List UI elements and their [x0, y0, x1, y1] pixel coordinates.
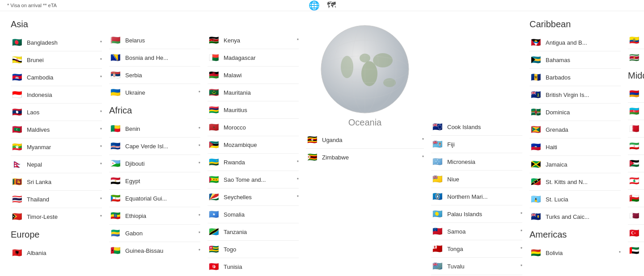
list-item[interactable]: 🇧🇾Belarus	[109, 32, 200, 49]
map-icon[interactable]: 🗺	[327, 0, 336, 11]
list-item[interactable]: 🇶🇦Qatar	[628, 207, 644, 225]
list-item[interactable]: 🇹🇿Tanzania	[208, 223, 299, 241]
list-item[interactable]: 🇱🇦Laos*	[11, 104, 102, 121]
list-item[interactable]: 🇸🇨Seychelles*	[208, 188, 299, 206]
list-item[interactable]: 🇩🇯Djibouti*	[109, 155, 200, 172]
list-item[interactable]: 🇲🇼Malawi	[208, 67, 299, 84]
list-item[interactable]: 🇬🇼Guinea-Bissau*	[109, 242, 200, 259]
visa-indicator: *	[619, 250, 621, 255]
list-item[interactable]: 🇭🇹Haiti	[530, 138, 621, 156]
list-item[interactable]: 🇬🇦Gabon*	[109, 225, 200, 242]
list-item[interactable]: 🇿🇼Zimbabwe*	[306, 149, 424, 166]
list-item[interactable]: 🇪🇨Ecuador	[628, 32, 644, 49]
list-item[interactable]: 🇨🇻Cape Verde Isl...*	[109, 138, 200, 155]
country-flag: 🇸🇴	[208, 208, 220, 221]
list-item[interactable]: 🇷🇸Serbia	[109, 67, 200, 84]
list-item[interactable]: 🇳🇺Niue	[431, 171, 522, 188]
list-item[interactable]: 🇮🇷Iran*	[628, 138, 644, 155]
list-item[interactable]: 🇬🇶Equatorial Gui...	[109, 190, 200, 207]
list-item[interactable]: 🇰🇳St. Kitts and N...	[530, 173, 621, 191]
list-item[interactable]: 🇧🇯Benin*	[109, 120, 200, 138]
list-item[interactable]: 🇮🇩Indonesia	[11, 86, 102, 104]
country-name: Palau Islands	[447, 211, 517, 217]
list-item[interactable]: 🇵🇼Palau Islands*	[431, 205, 522, 223]
list-item[interactable]: 🇯🇴Jordan*	[628, 155, 644, 172]
visa-indicator: *	[297, 177, 299, 182]
list-item[interactable]: 🇺🇬Uganda*	[306, 131, 424, 149]
list-item[interactable]: 🇳🇵Nepal*	[11, 156, 102, 173]
asia-header: Asia	[11, 19, 102, 31]
list-item[interactable]: 🇰🇪Kenya*	[208, 32, 299, 49]
country-flag: 🇬🇼	[109, 244, 122, 257]
country-name: Guinea-Bissau	[125, 247, 195, 254]
list-item[interactable]: 🇱🇧Lebanon	[628, 172, 644, 190]
country-name: Mauritius	[224, 107, 299, 113]
list-item[interactable]: 🇲🇿Mozambique	[208, 136, 299, 154]
list-item[interactable]: 🇸🇹Sao Tome and...*	[208, 171, 299, 188]
country-flag: 🇦🇿	[628, 105, 640, 117]
country-name: Fiji	[447, 141, 522, 148]
list-item[interactable]: 🇱🇨St. Lucia	[530, 191, 621, 208]
list-item[interactable]: 🇹🇨Turks and Caic...	[530, 208, 621, 225]
list-item[interactable]: 🇦🇱Albania	[11, 244, 102, 261]
oceania-top-items: 🇺🇬Uganda*🇿🇼Zimbabwe*	[306, 131, 424, 166]
list-item[interactable]: 🇻🇬British Virgin Is...	[530, 86, 621, 104]
list-item[interactable]: 🇲🇲Myanmar*	[11, 138, 102, 156]
list-item[interactable]: 🇧🇴Bolivia*	[530, 244, 621, 261]
country-name: Tuvalu	[447, 263, 517, 270]
list-item[interactable]: 🇸🇷Suriname*	[628, 49, 644, 66]
country-flag: 🇮🇷	[628, 140, 640, 152]
list-item[interactable]: 🇹🇳Tunisia	[208, 258, 299, 275]
globe-icon[interactable]: 🌐	[309, 0, 320, 11]
list-item[interactable]: 🇲🇬Madagascar	[208, 49, 299, 67]
list-item[interactable]: 🇰🇭Cambodia*	[11, 69, 102, 86]
list-item[interactable]: 🇹🇱Timor-Leste*	[11, 208, 102, 225]
list-item[interactable]: 🇴🇲Oman*	[628, 190, 644, 207]
list-item[interactable]: 🇲🇺Mauritius	[208, 101, 299, 119]
list-item[interactable]: 🇨🇰Cook Islands	[431, 118, 522, 136]
list-item[interactable]: 🇫🇲Micronesia	[431, 153, 522, 171]
list-item[interactable]: 🇹🇭Thailand*	[11, 191, 102, 208]
list-item[interactable]: 🇯🇲Jamaica	[530, 156, 621, 173]
list-item[interactable]: 🇦🇪United Arab...	[628, 242, 644, 259]
list-item[interactable]: 🇧🇸Bahamas	[530, 51, 621, 69]
list-item[interactable]: 🇦🇲Armenia*	[628, 85, 644, 103]
country-flag: 🇨🇰	[431, 121, 444, 133]
list-item[interactable]: 🇲🇵Northern Mari...	[431, 188, 522, 205]
list-item[interactable]: 🇩🇲Dominica	[530, 104, 621, 121]
list-item[interactable]: 🇧🇦Bosnia and He...	[109, 49, 200, 67]
country-name: Cook Islands	[447, 124, 522, 130]
list-item[interactable]: 🇹🇷Turkey*	[628, 225, 644, 242]
list-item[interactable]: 🇷🇼Rwanda*	[208, 154, 299, 171]
country-name: Albania	[27, 250, 102, 256]
list-item[interactable]: 🇼🇸Samoa*	[431, 223, 522, 240]
country-flag: 🇧🇭	[628, 122, 640, 135]
list-item[interactable]: 🇧🇭Bahrain	[628, 120, 644, 138]
list-item[interactable]: 🇲🇦Morocco	[208, 119, 299, 136]
country-name: Mozambique	[224, 142, 299, 148]
list-item[interactable]: 🇫🇯Fiji	[431, 136, 522, 153]
list-item[interactable]: 🇲🇷Mauritania	[208, 84, 299, 101]
list-item[interactable]: 🇧🇧Barbados	[530, 69, 621, 86]
list-item[interactable]: 🇦🇿Azerbaijan*	[628, 103, 644, 120]
list-item[interactable]: 🇹🇻Tuvalu*	[431, 258, 522, 275]
list-item[interactable]: 🇧🇳Brunei*	[11, 51, 102, 69]
list-item[interactable]: 🇧🇩Bangladesh*	[11, 34, 102, 51]
list-item[interactable]: 🇱🇰Sri Lanka	[11, 173, 102, 191]
list-item[interactable]: 🇬🇩Grenada	[530, 121, 621, 138]
country-name: Benin	[125, 125, 195, 132]
list-item[interactable]: 🇪🇹Ethiopia*	[109, 207, 200, 225]
list-item[interactable]: 🇲🇻Maldives*	[11, 121, 102, 138]
list-item[interactable]: 🇸🇴Somalia	[208, 206, 299, 223]
country-name: Niue	[447, 176, 522, 183]
list-item[interactable]: 🇺🇦Ukraine*	[109, 84, 200, 101]
list-item[interactable]: 🇪🇬Egypt	[109, 172, 200, 190]
americas-header: Americas	[530, 230, 621, 242]
list-item[interactable]: 🇦🇬Antigua and B...	[530, 34, 621, 51]
country-flag: 🇲🇼	[208, 69, 220, 81]
country-flag: 🇪🇨	[628, 34, 640, 46]
country-flag: 🇹🇿	[208, 226, 220, 238]
visa-indicator: *	[199, 230, 200, 236]
list-item[interactable]: 🇹🇬Togo	[208, 241, 299, 258]
list-item[interactable]: 🇹🇴Tonga*	[431, 240, 522, 258]
